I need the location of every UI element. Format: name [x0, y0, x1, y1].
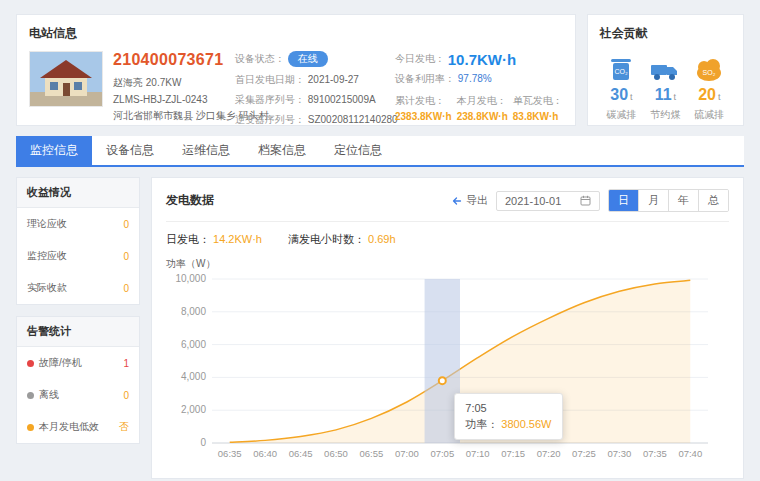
content-row: 收益情况 理论应收 0 监控应收 0 实际收款 0 告警统计 故障/停机	[16, 177, 744, 479]
coal-saving-item: 11t 节约煤	[644, 51, 687, 122]
sidebar: 收益情况 理论应收 0 监控应收 0 实际收款 0 告警统计 故障/停机	[16, 177, 140, 444]
chart-title: 发电数据	[166, 192, 214, 209]
chart-header: 发电数据 导出 2021-10-01	[166, 189, 729, 222]
co2-label: 碳减排	[600, 108, 643, 122]
station-body: 210400073671 赵海亮 20.7KW ZLMS-HBJ-ZJL-024…	[29, 51, 563, 133]
tooltip-time: 7:05	[465, 400, 551, 417]
power-chart[interactable]: 02,0004,0006,0008,00010,00006:3506:4006:…	[166, 273, 729, 466]
today-generation-row: 今日发电： 10.7KW·h	[395, 51, 563, 68]
device-info: 设备状态： 在线 首日发电日期： 2021-09-27 采集器序列号： 8910…	[235, 51, 395, 133]
income-theoretical-label: 理论应收	[27, 217, 67, 231]
alarm-offline-label: 离线	[39, 388, 59, 402]
svg-text:07:20: 07:20	[537, 448, 561, 459]
generation-data-card: 发电数据 导出 2021-10-01	[151, 177, 744, 479]
tab-device-info[interactable]: 设备信息	[92, 136, 168, 165]
svg-text:06:55: 06:55	[360, 448, 384, 459]
alarm-low-eff-label-group: 本月发电低效	[27, 420, 99, 434]
so2-icon: SO₂	[688, 51, 731, 83]
svg-text:6,000: 6,000	[181, 339, 206, 350]
svg-text:07:15: 07:15	[501, 448, 525, 459]
offline-dot-icon	[27, 392, 34, 399]
total-generation-value: 2383.8KW·h	[395, 111, 452, 122]
tooltip-power-label: 功率：	[465, 418, 498, 430]
svg-text:10,000: 10,000	[175, 273, 206, 284]
generation-stats-row: 累计发电： 2383.8KW·h 本月发电： 238.8KW·h 单瓦发电： 8…	[395, 94, 563, 122]
utilization-label: 设备利用率：	[395, 73, 455, 84]
co2-value: 30t	[600, 86, 643, 104]
svg-text:SO₂: SO₂	[703, 69, 716, 76]
tab-bar: 监控信息 设备信息 运维信息 档案信息 定位信息	[16, 136, 744, 167]
chart-info-row: 日发电： 14.2KW·h 满发电小时数： 0.69h	[166, 232, 729, 247]
station-owner: 赵海亮 20.7KW	[113, 76, 235, 90]
online-badge: 在线	[288, 51, 328, 67]
alarm-low-eff-label: 本月发电低效	[39, 420, 99, 434]
alarm-offline-value: 0	[123, 390, 129, 401]
range-total-button[interactable]: 总	[698, 190, 728, 211]
export-label: 导出	[466, 193, 488, 208]
income-row-actual: 实际收款 0	[17, 272, 139, 304]
svg-text:06:35: 06:35	[218, 448, 242, 459]
range-year-button[interactable]: 年	[668, 190, 698, 211]
svg-text:07:25: 07:25	[572, 448, 596, 459]
svg-text:07:35: 07:35	[643, 448, 667, 459]
house-photo-illustration	[30, 52, 102, 106]
coal-value: 11t	[644, 86, 687, 104]
social-items: CO₂ 30t 碳减排 11t	[600, 51, 731, 122]
income-theoretical-value: 0	[123, 219, 129, 230]
so2-reduction-item: SO₂ 20t 硫减排	[688, 51, 731, 122]
alarm-row-offline: 离线 0	[17, 379, 139, 411]
tab-operation-info[interactable]: 运维信息	[168, 136, 244, 165]
device-status-label: 设备状态：	[235, 53, 285, 64]
month-generation-stat: 本月发电： 238.8KW·h	[457, 94, 508, 122]
chart-tooltip: 7:05 功率： 3800.56W	[454, 393, 562, 440]
first-gen-value: 2021-09-27	[308, 74, 359, 85]
svg-text:06:40: 06:40	[253, 448, 277, 459]
collector-value: 89100215009A	[308, 94, 376, 105]
daily-generation-value: 14.2KW·h	[213, 233, 262, 245]
full-hours-label: 满发电小时数：	[288, 233, 365, 245]
alarm-panel: 告警统计 故障/停机 1 离线 0 本月发电低效 否	[16, 316, 140, 444]
inverter-label: 逆变器序列号：	[235, 114, 305, 125]
export-arrow-icon	[450, 195, 462, 207]
tab-monitoring-info[interactable]: 监控信息	[16, 136, 92, 165]
tooltip-power-value: 3800.56W	[501, 418, 551, 430]
range-day-button[interactable]: 日	[609, 190, 638, 211]
inverter-value: SZ00208112140280	[308, 114, 398, 125]
svg-text:07:40: 07:40	[678, 448, 702, 459]
device-status-row: 设备状态： 在线	[235, 51, 395, 67]
coal-label: 节约煤	[644, 108, 687, 122]
alarm-fault-label: 故障/停机	[39, 356, 82, 370]
total-generation-stat: 累计发电： 2383.8KW·h	[395, 94, 452, 122]
date-value: 2021-10-01	[505, 195, 561, 207]
svg-text:07:05: 07:05	[430, 448, 454, 459]
month-generation-label: 本月发电：	[457, 94, 508, 108]
alarm-offline-label-group: 离线	[27, 388, 59, 402]
station-card-title: 电站信息	[29, 25, 563, 42]
chart-controls: 导出 2021-10-01 日 月 年	[450, 189, 729, 212]
utilization-row: 设备利用率： 97.78%	[395, 72, 563, 86]
svg-text:4,000: 4,000	[181, 371, 206, 382]
alarm-row-low-efficiency: 本月发电低效 否	[17, 411, 139, 443]
full-hours-stat: 满发电小时数： 0.69h	[288, 232, 396, 247]
collector-row: 采集器序列号： 89100215009A	[235, 93, 395, 107]
range-month-button[interactable]: 月	[638, 190, 668, 211]
social-card-title: 社会贡献	[600, 25, 731, 42]
coal-truck-icon	[644, 51, 687, 83]
alarm-fault-label-group: 故障/停机	[27, 356, 82, 370]
per-watt-generation-value: 83.8KW·h	[513, 111, 559, 122]
per-watt-generation-label: 单瓦发电：	[513, 94, 563, 108]
collector-label: 采集器序列号：	[235, 94, 305, 105]
svg-text:06:45: 06:45	[289, 448, 313, 459]
date-picker[interactable]: 2021-10-01	[496, 191, 600, 211]
station-id: 210400073671	[113, 51, 235, 69]
fault-dot-icon	[27, 360, 34, 367]
export-button[interactable]: 导出	[450, 193, 488, 208]
inverter-row: 逆变器序列号： SZ00208112140280	[235, 113, 395, 127]
alarm-low-eff-value: 否	[119, 420, 129, 434]
tab-archive-info[interactable]: 档案信息	[244, 136, 320, 165]
total-generation-label: 累计发电：	[395, 94, 452, 108]
first-gen-label: 首日发电日期：	[235, 74, 305, 85]
month-generation-value: 238.8KW·h	[457, 111, 508, 122]
tab-location-info[interactable]: 定位信息	[320, 136, 396, 165]
today-generation-value: 10.7KW·h	[448, 51, 516, 68]
